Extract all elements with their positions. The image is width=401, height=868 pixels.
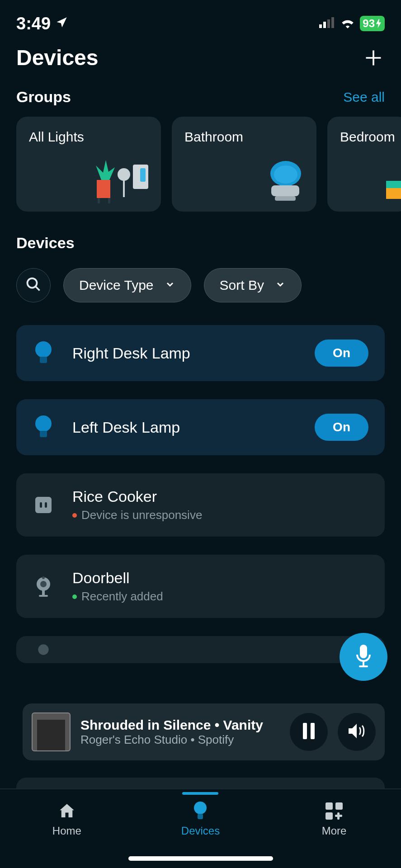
group-card-bathroom[interactable]: Bathroom	[172, 117, 316, 212]
home-indicator[interactable]	[128, 856, 273, 861]
svg-rect-14	[275, 196, 296, 201]
nav-home[interactable]: Home	[0, 793, 133, 868]
bedroom-illustration	[382, 172, 401, 205]
battery-indicator: 93	[360, 16, 385, 31]
filter-label: Device Type	[79, 278, 154, 293]
svg-rect-15	[386, 181, 401, 188]
svg-point-18	[35, 341, 52, 358]
device-state-toggle[interactable]: On	[315, 414, 368, 441]
page-title: Devices	[16, 45, 98, 70]
device-row-left-desk-lamp[interactable]: Left Desk Lamp On	[16, 399, 385, 455]
svg-rect-23	[40, 502, 42, 508]
svg-rect-38	[326, 802, 333, 810]
svg-rect-8	[97, 180, 110, 198]
svg-rect-0	[319, 24, 322, 28]
nav-label: Devices	[181, 825, 220, 837]
svg-rect-21	[40, 431, 47, 437]
svg-rect-37	[198, 814, 203, 819]
plug-icon	[33, 495, 54, 515]
svg-rect-22	[35, 497, 52, 513]
svg-rect-35	[311, 723, 315, 739]
pause-icon	[302, 723, 316, 741]
device-row-right-desk-lamp[interactable]: Right Desk Lamp On	[16, 325, 385, 381]
svg-point-27	[42, 576, 45, 579]
svg-rect-19	[40, 357, 47, 363]
device-row-rice-cooker[interactable]: Rice Cooker Device is unresponsive	[16, 473, 385, 537]
svg-point-12	[274, 165, 297, 184]
nav-label: Home	[52, 825, 81, 837]
status-dot-red	[72, 513, 77, 518]
bulb-icon	[193, 801, 208, 821]
device-type-filter[interactable]: Device Type	[63, 268, 191, 302]
chevron-down-icon	[165, 278, 175, 293]
svg-rect-7	[123, 180, 125, 197]
svg-rect-13	[271, 185, 299, 196]
chevron-down-icon	[275, 278, 286, 293]
devices-title: Devices	[0, 234, 401, 268]
svg-rect-10	[108, 198, 110, 203]
album-art	[32, 712, 71, 751]
group-card-label: Bedroom	[340, 129, 396, 145]
speaker-button[interactable]	[338, 713, 376, 751]
now-playing-subtitle: Roger's Echo Studio • Spotify	[80, 733, 280, 747]
device-name-label: Doorbell	[72, 569, 368, 587]
svg-rect-39	[335, 802, 343, 810]
wifi-icon	[340, 17, 355, 30]
status-time: 3:49	[16, 14, 51, 33]
speaker-icon	[348, 723, 366, 741]
bathroom-illustration	[258, 158, 307, 205]
device-partial-icon	[33, 643, 54, 656]
svg-rect-3	[331, 17, 334, 28]
more-grid-icon	[325, 801, 344, 821]
group-card-all-lights[interactable]: All Lights	[16, 117, 161, 212]
device-sub-label: Device is unresponsive	[81, 508, 202, 522]
bulb-icon	[33, 415, 54, 440]
svg-rect-24	[45, 502, 47, 508]
device-sub-label: Recently added	[81, 590, 163, 604]
sort-by-filter[interactable]: Sort By	[204, 268, 302, 302]
device-row-partial[interactable]	[16, 636, 385, 663]
svg-point-36	[194, 802, 207, 814]
now-playing-bar[interactable]: Shrouded in Silence • Vanity Roger's Ech…	[23, 703, 385, 760]
svg-point-20	[35, 415, 52, 432]
bottom-nav: Home Devices More	[0, 788, 401, 868]
svg-rect-28	[42, 590, 45, 595]
svg-rect-32	[363, 661, 364, 665]
home-icon	[57, 801, 76, 821]
svg-rect-33	[359, 665, 368, 667]
cellular-icon	[319, 17, 335, 30]
see-all-link[interactable]: See all	[343, 90, 385, 105]
svg-rect-1	[323, 22, 326, 28]
search-button[interactable]	[16, 268, 51, 302]
device-state-toggle[interactable]: On	[315, 340, 368, 367]
device-name-label: Left Desk Lamp	[72, 419, 297, 436]
svg-point-17	[28, 278, 37, 288]
now-playing-title: Shrouded in Silence • Vanity	[80, 717, 280, 733]
nav-more[interactable]: More	[268, 793, 401, 868]
all-lights-illustration	[80, 158, 152, 205]
svg-rect-29	[39, 595, 48, 597]
status-dot-green	[72, 594, 77, 599]
add-button[interactable]	[362, 47, 385, 69]
svg-rect-31	[360, 645, 367, 658]
pause-button[interactable]	[290, 713, 328, 751]
groups-title: Groups	[16, 88, 71, 106]
group-card-bedroom[interactable]: Bedroom	[327, 117, 401, 212]
bulb-icon	[33, 340, 54, 366]
location-icon	[55, 16, 68, 31]
status-bar: 3:49 93	[0, 0, 401, 41]
search-icon	[25, 276, 42, 294]
device-row-doorbell[interactable]: Doorbell Recently added	[16, 555, 385, 618]
groups-scroller[interactable]: All Lights Bathroom Bedr	[0, 117, 401, 234]
group-card-label: Bathroom	[184, 129, 304, 145]
page-header: Devices	[0, 41, 401, 88]
group-card-label: All Lights	[29, 129, 148, 145]
svg-rect-42	[335, 815, 342, 817]
svg-point-30	[38, 644, 48, 655]
svg-rect-5	[140, 168, 146, 182]
voice-mic-button[interactable]	[340, 633, 387, 681]
svg-point-26	[40, 581, 47, 587]
camera-icon	[33, 575, 54, 598]
nav-label: More	[322, 825, 347, 837]
device-name-label: Rice Cooker	[72, 488, 368, 505]
